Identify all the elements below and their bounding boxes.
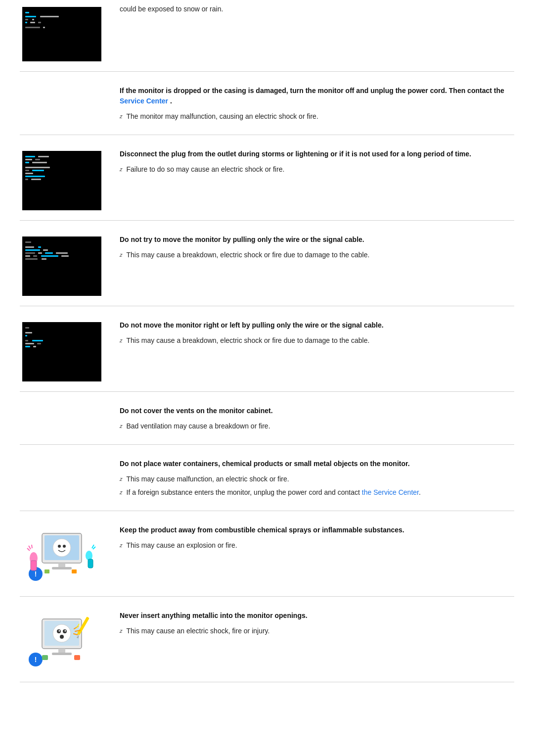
bullet-text: This may cause an electric shock, fire o… bbox=[127, 626, 270, 636]
chemical-sprays-title: Keep the product away from combustible c… bbox=[120, 525, 514, 535]
bullet-text: This may cause malfunction, an electric … bbox=[127, 474, 289, 484]
service-center-link-2[interactable]: the Service Center bbox=[362, 488, 419, 496]
move-wire-bullets: This may cause a breakdown, electric sho… bbox=[120, 250, 514, 260]
content-move-leftright: Do not move the monitor right or left by… bbox=[120, 320, 514, 349]
illustration-chemical: ! bbox=[22, 527, 101, 586]
section-disconnect-storm: Disconnect the plug from the outlet duri… bbox=[20, 135, 514, 221]
bullet-text: This may cause a breakdown, electric sho… bbox=[127, 250, 370, 260]
monitor-image-4 bbox=[22, 322, 101, 381]
chemical-sprays-bullets: This may cause an explosion or fire. bbox=[120, 540, 514, 551]
move-leftright-title: Do not move the monitor right or left by… bbox=[120, 320, 514, 331]
bullet-item: The monitor may malfunction, causing an … bbox=[120, 111, 514, 122]
water-title: Do not place water containers, chemical … bbox=[120, 459, 514, 469]
illustration-metallic: ! bbox=[22, 613, 101, 672]
svg-point-4 bbox=[63, 545, 66, 548]
content-disconnect: Disconnect the plug from the outlet duri… bbox=[120, 149, 514, 178]
bullet-item: Bad ventilation may cause a breakdown or… bbox=[120, 421, 514, 431]
svg-point-20 bbox=[59, 630, 60, 631]
bullet-item-2: If a foreign substance enters the monito… bbox=[120, 487, 514, 498]
bullet-text-2: If a foreign substance enters the monito… bbox=[127, 487, 421, 498]
svg-text:!: ! bbox=[35, 570, 37, 578]
move-wire-title: Do not try to move the monitor by pullin… bbox=[120, 235, 514, 245]
svg-rect-30 bbox=[74, 655, 80, 660]
image-metallic: ! bbox=[20, 611, 104, 672]
svg-point-21 bbox=[65, 630, 66, 631]
svg-point-17 bbox=[53, 624, 71, 642]
water-bullets: This may cause malfunction, an electric … bbox=[120, 474, 514, 498]
dropped-title: If the monitor is dropped or the casing … bbox=[120, 86, 514, 106]
bullet-item: Failure to do so may cause an electric s… bbox=[120, 164, 514, 175]
image-disconnect bbox=[20, 149, 104, 210]
content-move-wire: Do not try to move the monitor by pullin… bbox=[120, 235, 514, 263]
section-dropped: If the monitor is dropped or the casing … bbox=[20, 72, 514, 135]
bullet-item: This may cause an explosion or fire. bbox=[120, 540, 514, 551]
bullet-text: Bad ventilation may cause a breakdown or… bbox=[127, 421, 270, 431]
svg-point-2 bbox=[53, 539, 71, 557]
bullet-text: The monitor may malfunction, causing an … bbox=[127, 111, 318, 122]
bullet-text: Failure to do so may cause an electric s… bbox=[127, 164, 285, 175]
section-vents: Do not cover the vents on the monitor ca… bbox=[20, 392, 514, 445]
image-move-leftright bbox=[20, 320, 104, 381]
content-metallic: Never insert anything metallic into the … bbox=[120, 611, 514, 639]
monitor-image-3 bbox=[22, 236, 101, 296]
metallic-bullets: This may cause an electric shock, fire o… bbox=[120, 626, 514, 636]
monitor-image-2 bbox=[22, 151, 101, 210]
bullet-text: This may cause an explosion or fire. bbox=[127, 540, 237, 551]
svg-rect-24 bbox=[52, 653, 72, 655]
bullet-item: This may cause a breakdown, electric sho… bbox=[120, 335, 514, 346]
content-water: Do not place water containers, chemical … bbox=[20, 459, 514, 501]
metallic-title: Never insert anything metallic into the … bbox=[120, 611, 514, 621]
move-leftright-bullets: This may cause a breakdown, electric sho… bbox=[120, 335, 514, 346]
svg-text:!: ! bbox=[35, 656, 37, 663]
content-snow-rain: could be exposed to snow or rain. bbox=[120, 5, 514, 13]
image-snow-rain bbox=[20, 5, 104, 61]
section-move-leftright: Do not move the monitor right or left by… bbox=[20, 306, 514, 392]
disconnect-title: Disconnect the plug from the outlet duri… bbox=[120, 149, 514, 159]
section-metallic: ! Never insert anything metallic into th… bbox=[20, 597, 514, 682]
svg-rect-29 bbox=[42, 655, 48, 660]
vents-title: Do not cover the vents on the monitor ca… bbox=[120, 406, 514, 416]
image-chemical-sprays: ! bbox=[20, 525, 104, 586]
content-vents: Do not cover the vents on the monitor ca… bbox=[20, 406, 514, 434]
svg-rect-11 bbox=[31, 561, 37, 570]
svg-rect-6 bbox=[52, 567, 72, 569]
bullet-item: This may cause a breakdown, electric sho… bbox=[120, 250, 514, 260]
section-snow-rain: could be exposed to snow or rain. bbox=[20, 0, 514, 72]
monitor-image-1 bbox=[22, 7, 101, 61]
vents-bullets: Bad ventilation may cause a breakdown or… bbox=[120, 421, 514, 431]
svg-rect-12 bbox=[88, 559, 93, 568]
metallic-svg: ! bbox=[25, 614, 99, 671]
section-water: Do not place water containers, chemical … bbox=[20, 445, 514, 511]
bullet-item: This may cause an electric shock, fire o… bbox=[120, 626, 514, 636]
snow-rain-text: could be exposed to snow or rain. bbox=[120, 5, 514, 13]
svg-rect-13 bbox=[44, 569, 49, 573]
bullet-text: This may cause a breakdown, electric sho… bbox=[127, 335, 370, 346]
page-content: could be exposed to snow or rain. If the… bbox=[0, 0, 534, 682]
disconnect-bullets: Failure to do so may cause an electric s… bbox=[120, 164, 514, 175]
image-move-wire bbox=[20, 235, 104, 296]
content-chemical-sprays: Keep the product away from combustible c… bbox=[120, 525, 514, 554]
svg-point-3 bbox=[58, 545, 61, 548]
content-dropped: If the monitor is dropped or the casing … bbox=[20, 86, 514, 125]
chemical-svg: ! bbox=[25, 528, 99, 585]
svg-rect-14 bbox=[72, 569, 77, 573]
svg-point-22 bbox=[60, 635, 64, 639]
service-center-link-1[interactable]: Service Center bbox=[120, 97, 168, 105]
section-move-wire: Do not try to move the monitor by pullin… bbox=[20, 221, 514, 306]
bullet-item-1: This may cause malfunction, an electric … bbox=[120, 474, 514, 484]
dropped-bullets: The monitor may malfunction, causing an … bbox=[120, 111, 514, 122]
section-chemical-sprays: ! Keep the product away from combust bbox=[20, 511, 514, 597]
